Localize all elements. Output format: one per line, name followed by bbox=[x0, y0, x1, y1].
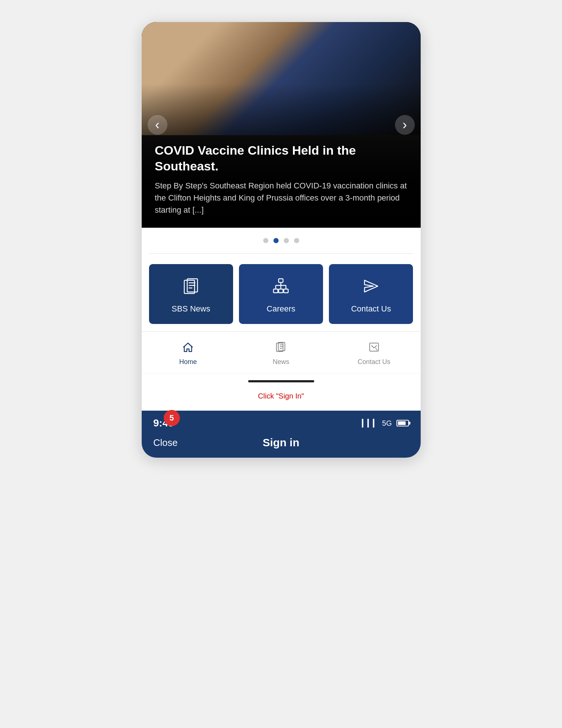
svg-rect-5 bbox=[279, 279, 283, 282]
battery-icon bbox=[396, 420, 409, 426]
signin-statusbar: 9:43 ▎▎▎ 5G bbox=[142, 411, 421, 433]
signin-header-row: Close Sign in bbox=[142, 433, 421, 458]
signin-hint: Click "Sign In" bbox=[142, 388, 421, 408]
svg-rect-8 bbox=[284, 289, 288, 293]
carousel-dot-2[interactable] bbox=[273, 238, 279, 243]
svg-rect-7 bbox=[279, 289, 283, 293]
carousel-title: COVID Vaccine Clinics Held in the Southe… bbox=[155, 143, 407, 174]
home-bar bbox=[248, 380, 314, 382]
signal-icon: ▎▎▎ bbox=[362, 419, 378, 428]
careers-label: Careers bbox=[267, 304, 295, 314]
carousel-dots bbox=[142, 228, 421, 253]
signin-title: Sign in bbox=[217, 436, 345, 449]
sbs-news-label: SBS News bbox=[172, 304, 210, 314]
contact-us-label: Contact Us bbox=[351, 304, 391, 314]
nav-item-contact[interactable]: Contact Us bbox=[327, 338, 420, 370]
carousel-caption: COVID Vaccine Clinics Held in the Southe… bbox=[142, 131, 421, 228]
nav-item-news[interactable]: News bbox=[235, 338, 327, 370]
svg-rect-15 bbox=[276, 343, 283, 352]
nav-news-label: News bbox=[273, 358, 289, 366]
signin-panel: 9:43 ▎▎▎ 5G Close Sign in bbox=[142, 411, 421, 458]
careers-button[interactable]: Careers bbox=[239, 264, 323, 324]
carousel-next-button[interactable]: › bbox=[395, 115, 415, 135]
home-icon bbox=[182, 341, 194, 356]
signin-close-button[interactable]: Close bbox=[153, 437, 217, 448]
carousel: COVID Vaccine Clinics Held in the Southe… bbox=[142, 22, 421, 228]
sbs-news-icon bbox=[182, 277, 200, 298]
signin-hint-text: Click "Sign In" bbox=[258, 392, 304, 400]
nav-contact-label: Contact Us bbox=[358, 358, 390, 366]
carousel-dot-3[interactable] bbox=[284, 238, 289, 243]
battery-fill bbox=[398, 421, 406, 425]
careers-icon bbox=[272, 277, 290, 298]
svg-rect-6 bbox=[273, 289, 278, 293]
nav-home-label: Home bbox=[179, 358, 197, 366]
step-badge: 5 bbox=[164, 410, 180, 426]
carousel-dot-1[interactable] bbox=[263, 238, 268, 243]
contact-us-button[interactable]: Contact Us bbox=[329, 264, 413, 324]
network-badge: 5G bbox=[382, 419, 392, 428]
carousel-dot-4[interactable] bbox=[294, 238, 299, 243]
news-icon bbox=[275, 341, 287, 356]
action-buttons-row: SBS News C bbox=[142, 254, 421, 331]
status-icons: ▎▎▎ 5G bbox=[362, 419, 409, 428]
bottom-nav: Home News bbox=[142, 331, 421, 373]
sbs-news-button[interactable]: SBS News bbox=[149, 264, 233, 324]
carousel-prev-button[interactable]: ‹ bbox=[148, 115, 167, 135]
svg-marker-14 bbox=[365, 280, 378, 292]
contact-us-icon bbox=[362, 277, 380, 298]
carousel-description: Step By Step's Southeast Region held COV… bbox=[155, 180, 407, 216]
phone-container: COVID Vaccine Clinics Held in the Southe… bbox=[142, 22, 421, 458]
home-indicator bbox=[142, 373, 421, 388]
contact-nav-icon bbox=[368, 341, 380, 356]
svg-rect-0 bbox=[184, 280, 195, 293]
nav-item-home[interactable]: Home bbox=[142, 338, 235, 370]
